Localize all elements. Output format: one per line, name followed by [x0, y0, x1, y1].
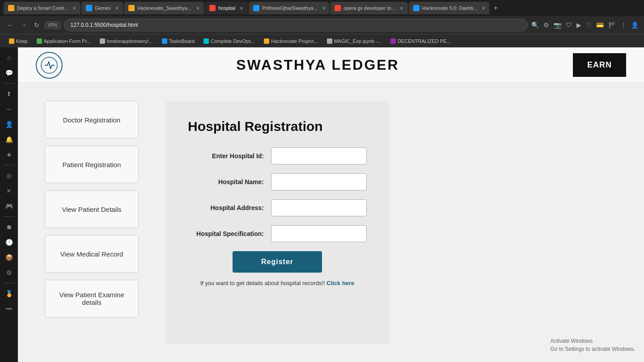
- app-header: SWASTHYA LEDGER EARN: [18, 47, 644, 83]
- sidebar-user-icon[interactable]: 👤: [2, 118, 16, 131]
- address-bar[interactable]: 127.0.0.1:5500/hospital.html: [64, 19, 528, 31]
- tab-close-hospital[interactable]: ✕: [240, 6, 243, 11]
- tab-favicon-hacknovate2: [413, 5, 419, 11]
- sidebar-game-icon[interactable]: 🎮: [2, 199, 16, 213]
- bookmark-icon-magic: [327, 38, 332, 44]
- left-nav: Doctor Registration Patient Registration…: [45, 101, 139, 344]
- bookmark-icon-devops: [203, 38, 209, 44]
- sidebar-divider-3: [4, 216, 14, 217]
- sidebar-home-icon[interactable]: ⌂: [2, 51, 16, 64]
- logo-svg: [40, 56, 58, 74]
- tab-favicon-prithvee: [253, 5, 259, 11]
- bookmark-tasksboard[interactable]: TasksBoard: [158, 38, 198, 45]
- bookmark-icon-hacknovate-proj: [264, 38, 269, 44]
- tab-favicon-opera: [335, 5, 341, 11]
- bookmark-label-magic: MAGIC_Exp.ipynb -...: [334, 38, 381, 44]
- tab-favicon-hospital: [209, 5, 216, 11]
- back-button[interactable]: ←: [5, 20, 15, 30]
- play-icon[interactable]: ▶: [576, 21, 581, 29]
- hospital-address-label: Hospital Address:: [188, 204, 264, 211]
- bookmark-decentralized[interactable]: DECENTRALIZED PE...: [387, 38, 454, 45]
- patient-registration-button[interactable]: Patient Registration: [45, 146, 139, 183]
- bookmark-label-appform: Application Form Pr...: [44, 38, 91, 44]
- bookmark-label-devops: Complete DevOps...: [211, 38, 255, 44]
- form-footer: If you want to get details about hospita…: [188, 280, 367, 286]
- tab-deploy[interactable]: Deploy a Smart Contr... ✕: [4, 2, 80, 14]
- bookmark-label-decentralized: DECENTRALIZED PE...: [398, 38, 451, 44]
- sidebar-badge-icon[interactable]: 🏅: [2, 287, 16, 300]
- tab-label-gemini: Gemini: [95, 5, 110, 11]
- extensions-icon[interactable]: ⚙: [543, 21, 549, 29]
- flag-icon[interactable]: 🏴: [608, 21, 616, 29]
- bookmark-label-hacknovate-proj: Hacknovate Project...: [271, 38, 318, 44]
- sidebar-bell-icon[interactable]: 🔔: [2, 133, 16, 146]
- user-icon[interactable]: 👤: [631, 21, 639, 29]
- sidebar-more-icon[interactable]: •••: [2, 302, 16, 316]
- bookmark-icon-london: [100, 38, 105, 44]
- tab-close-deploy[interactable]: ✕: [72, 6, 76, 11]
- hospital-address-group: Hospital Address:: [188, 199, 367, 216]
- bookmark-keep[interactable]: Keep: [5, 38, 31, 45]
- wallet-icon[interactable]: 💳: [596, 21, 604, 29]
- logo-area: [36, 52, 63, 79]
- sidebar-chat-icon[interactable]: 💬: [2, 66, 16, 80]
- tab-close-hacknovate2[interactable]: ✕: [482, 6, 485, 11]
- shield-icon[interactable]: 🛡: [566, 21, 572, 29]
- new-tab-button[interactable]: +: [490, 4, 501, 12]
- refresh-button[interactable]: ↻: [32, 20, 41, 30]
- tab-gemini[interactable]: Gemini ✕: [81, 2, 123, 14]
- form-footer-link[interactable]: Click here: [326, 280, 354, 286]
- camera-icon[interactable]: 📷: [554, 21, 561, 29]
- tab-label-hospital: hospital: [218, 5, 235, 11]
- sidebar-minus-icon[interactable]: ─: [2, 102, 16, 116]
- browser-chrome: Deploy a Smart Contr... ✕ Gemini ✕ Hackn…: [0, 0, 644, 47]
- search-icon[interactable]: 🔍: [531, 21, 539, 29]
- logo-circle: [36, 52, 63, 79]
- sidebar-x-icon[interactable]: ✕: [2, 184, 16, 198]
- tab-label-deploy: Deploy a Smart Contr...: [17, 5, 68, 11]
- tab-close-opera[interactable]: ✕: [400, 6, 403, 11]
- bookmark-icon-decentralized: [390, 38, 396, 44]
- sidebar-target-icon[interactable]: ◎: [2, 169, 16, 182]
- view-medical-record-button[interactable]: View Medical Record: [45, 235, 139, 273]
- tab-close-gemini[interactable]: ✕: [115, 6, 119, 11]
- sidebar-record-icon[interactable]: ⏺: [2, 220, 16, 234]
- bookmark-label-tasksboard: TasksBoard: [169, 38, 195, 44]
- sidebar-history-icon[interactable]: 🕐: [2, 236, 16, 249]
- view-patient-details-button[interactable]: View Patient Details: [45, 190, 139, 228]
- register-button[interactable]: Register: [233, 251, 322, 273]
- sidebar-box-icon[interactable]: 📦: [2, 251, 16, 264]
- bookmark-devops[interactable]: Complete DevOps...: [200, 38, 258, 45]
- bookmark-magic[interactable]: MAGIC_Exp.ipynb -...: [323, 38, 385, 45]
- sidebar: ⌂ 💬 ⬆ ─ 👤 🔔 ★ ◎ ✕ 🎮 ⏺ 🕐 📦 ⚙ 🏅 •••: [0, 47, 18, 362]
- bookmark-label-keep: Keep: [16, 38, 28, 44]
- tab-close-hacknovate1[interactable]: ✕: [196, 6, 199, 11]
- bookmark-hacknovate-proj[interactable]: Hacknovate Project...: [260, 38, 322, 45]
- hospital-spec-input[interactable]: [271, 225, 367, 242]
- view-patient-examine-button[interactable]: View Patient Examine details: [45, 280, 139, 317]
- tab-opera[interactable]: opera gx developer to... ✕: [330, 2, 408, 14]
- tab-bar: Deploy a Smart Contr... ✕ Gemini ✕ Hackn…: [0, 0, 644, 16]
- menu-icon[interactable]: ⋮: [620, 21, 627, 29]
- vpn-badge[interactable]: VPN: [45, 21, 60, 29]
- heart-icon[interactable]: ♡: [586, 21, 592, 29]
- tab-close-prithvee[interactable]: ✕: [322, 6, 326, 11]
- sidebar-settings-icon[interactable]: ⚙: [2, 266, 16, 279]
- doctor-registration-button[interactable]: Doctor Registration: [45, 101, 139, 139]
- hospital-address-input[interactable]: [271, 199, 367, 216]
- forward-button[interactable]: →: [19, 20, 29, 30]
- tab-prithvee[interactable]: PrithveeOjha/Swasthya... ✕: [249, 2, 329, 14]
- app-title: SWASTHYA LEDGER: [63, 57, 573, 73]
- tab-hacknovate2[interactable]: Hacknovate 5.0: Dashb... ✕: [409, 2, 489, 14]
- bookmark-appform[interactable]: Application Form Pr...: [33, 38, 94, 45]
- bookmark-london[interactable]: londonappbrewery/...: [96, 38, 157, 45]
- sidebar-star-icon[interactable]: ★: [2, 148, 16, 161]
- tab-hacknovate1[interactable]: Hacknovate_Swasthya... ✕: [124, 2, 204, 14]
- earn-button[interactable]: EARN: [573, 53, 626, 77]
- hospital-id-input[interactable]: [271, 147, 367, 164]
- sidebar-arrow-icon[interactable]: ⬆: [2, 87, 16, 101]
- tab-hospital[interactable]: hospital ✕: [205, 2, 248, 14]
- bookmark-icon-keep: [9, 38, 14, 44]
- hospital-name-input[interactable]: [271, 173, 367, 190]
- tab-favicon-hacknovate1: [128, 5, 135, 11]
